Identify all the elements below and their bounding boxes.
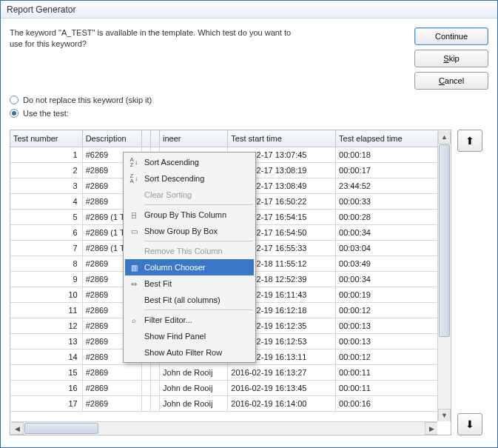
cell-engineer: John de Rooij — [160, 364, 228, 380]
column-header[interactable]: Test number — [10, 130, 82, 147]
az-desc-icon: ZA↓ — [128, 173, 140, 184]
box-icon: ▭ — [128, 225, 140, 237]
scroll-right-icon[interactable]: ▶ — [425, 422, 437, 435]
move-down-button[interactable]: ⬇ — [457, 413, 482, 435]
menu-item[interactable]: ⌕Filter Editor... — [125, 312, 254, 328]
column-context-menu[interactable]: AZ↓Sort AscendingZA↓Sort DescendingClear… — [123, 152, 256, 363]
arrow-up-icon: ⬆ — [465, 135, 474, 147]
scroll-left-icon[interactable]: ◀ — [11, 422, 24, 435]
menu-separator — [144, 310, 253, 310]
blank-icon — [128, 330, 140, 342]
cell-description: #2869 — [82, 364, 141, 380]
menu-item[interactable]: ⌸Group By This Column — [125, 207, 254, 223]
cell-description: #2869 — [82, 380, 141, 395]
menu-item-label: Sort Ascending — [144, 158, 199, 167]
menu-item-label: Show Auto Filter Row — [144, 348, 222, 357]
menu-item-label: Show Find Panel — [144, 332, 206, 341]
cell-test-number: 7 — [10, 240, 82, 255]
fit-icon: ⇔ — [128, 278, 140, 290]
cell-test-number: 12 — [10, 318, 82, 333]
cell-test-number: 15 — [10, 364, 82, 380]
menu-item-label: Filter Editor... — [144, 315, 192, 324]
cell-elapsed: 00:03:04 — [336, 240, 438, 255]
skip-button[interactable]: Skip — [414, 50, 488, 67]
cell-elapsed: 00:00:28 — [336, 209, 438, 224]
menu-item[interactable]: ⇔Best Fit — [125, 275, 254, 292]
scroll-thumb[interactable] — [439, 144, 450, 337]
table-row[interactable]: 16#2869John de Rooij2016-02-19 16:13:450… — [10, 380, 438, 395]
cell-start-time: 2016-02-19 16:13:27 — [228, 364, 336, 380]
chooser-icon: ▥ — [128, 261, 140, 273]
column-header[interactable]: Test start time — [228, 130, 336, 147]
title-bar: Report Generator — [1, 1, 497, 19]
cell-test-number: 5 — [10, 209, 82, 224]
cell-test-number: 16 — [10, 380, 82, 395]
cell-test-number: 6 — [10, 224, 82, 240]
menu-item[interactable]: Best Fit (all columns) — [125, 292, 254, 308]
cell-engineer: John de Rooij — [160, 380, 228, 395]
menu-item-label: Group By This Column — [144, 210, 226, 219]
cell-test-number: 1 — [10, 147, 82, 162]
table-row[interactable]: 17#2869John de Rooij2016-02-19 16:14:000… — [10, 395, 438, 411]
window-title: Report Generator — [7, 4, 75, 15]
cell-elapsed: 00:00:17 — [336, 162, 438, 178]
blank-icon — [128, 347, 140, 358]
move-up-button[interactable]: ⬆ — [457, 130, 482, 152]
blank-icon — [128, 189, 140, 201]
cell-test-number: 9 — [10, 271, 82, 287]
cell-elapsed: 00:00:13 — [336, 333, 438, 349]
cell-elapsed: 00:00:13 — [336, 318, 438, 333]
cell-elapsed: 00:03:49 — [336, 255, 438, 271]
cell-start-time: 2016-02-19 16:14:00 — [228, 395, 336, 411]
cancel-button[interactable]: Cancel — [414, 72, 488, 90]
group-icon: ⌸ — [128, 209, 140, 221]
menu-item[interactable]: ▥Column Chooser — [125, 259, 254, 275]
blank-icon — [128, 294, 140, 306]
vertical-scrollbar[interactable]: ▲ ▼ — [437, 131, 450, 421]
cell-elapsed: 00:00:12 — [336, 302, 438, 318]
menu-item-label: Best Fit (all columns) — [144, 295, 221, 304]
menu-item[interactable]: Show Find Panel — [125, 328, 254, 344]
column-header[interactable] — [141, 130, 150, 147]
scroll-down-icon[interactable]: ▼ — [438, 409, 451, 421]
prompt-text: The keyword "A_TEST" is available in the… — [10, 27, 407, 90]
menu-separator — [144, 241, 253, 241]
radio-group: Do not replace this keyword (skip it) Us… — [10, 96, 488, 118]
scroll-thumb[interactable] — [24, 423, 98, 434]
cell-test-number: 8 — [10, 255, 82, 271]
menu-item-label: Clear Sorting — [144, 190, 192, 199]
cell-elapsed: 00:00:11 — [336, 364, 438, 380]
menu-item-label: Show Group By Box — [144, 227, 218, 235]
radio-label: Use the test: — [23, 109, 69, 118]
cell-elapsed: 00:00:16 — [336, 395, 438, 411]
column-header[interactable] — [150, 130, 159, 147]
menu-item[interactable]: ▭Show Group By Box — [125, 223, 254, 239]
scroll-up-icon[interactable]: ▲ — [438, 131, 451, 144]
menu-item-label: Best Fit — [144, 279, 172, 288]
continue-button[interactable]: Continue — [414, 27, 488, 45]
menu-item: Clear Sorting — [125, 187, 254, 203]
cell-elapsed: 00:00:34 — [336, 224, 438, 240]
horizontal-scrollbar[interactable]: ◀ ▶ — [11, 421, 437, 434]
column-header[interactable]: Test elapsed time — [336, 130, 438, 147]
dialog-content: The keyword "A_TEST" is available in the… — [1, 19, 497, 447]
cell-test-number: 11 — [10, 302, 82, 318]
radio-skip[interactable]: Do not replace this keyword (skip it) — [10, 96, 488, 104]
menu-item[interactable]: ZA↓Sort Descending — [125, 170, 254, 187]
cell-test-number: 2 — [10, 162, 82, 178]
table-row[interactable]: 15#2869John de Rooij2016-02-19 16:13:270… — [10, 364, 438, 380]
cell-test-number: 13 — [10, 333, 82, 349]
menu-item-label: Remove This Column — [144, 247, 223, 255]
radio-use-test[interactable]: Use the test: — [10, 109, 488, 118]
menu-item[interactable]: Show Auto Filter Row — [125, 344, 254, 361]
cell-elapsed: 00:00:12 — [336, 349, 438, 364]
column-header[interactable]: Description — [82, 130, 141, 147]
cell-elapsed: 00:00:33 — [336, 193, 438, 209]
dialog-report-generator: Report Generator The keyword "A_TEST" is… — [0, 0, 498, 448]
column-header[interactable]: ineer — [160, 130, 228, 147]
menu-item[interactable]: AZ↓Sort Ascending — [125, 154, 254, 170]
menu-item-label: Column Chooser — [144, 263, 206, 272]
blank-icon — [128, 245, 140, 257]
cell-engineer: John de Rooij — [160, 395, 228, 411]
cell-elapsed: 23:44:52 — [336, 178, 438, 193]
